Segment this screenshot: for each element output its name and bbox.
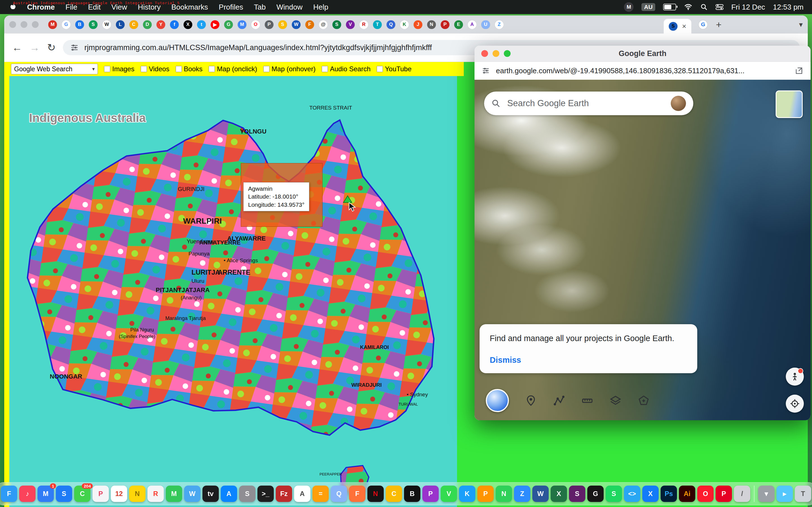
tab-favicon[interactable]: Z (495, 20, 504, 29)
dock-icon-netflix[interactable]: N (367, 486, 384, 502)
dock-icon-illustrator[interactable]: Ai (679, 486, 695, 502)
tab-favicon[interactable]: O (251, 20, 260, 29)
close-window-button[interactable] (9, 21, 16, 28)
tab-favicon[interactable]: M (238, 20, 246, 29)
minimize-window-button[interactable] (20, 21, 28, 28)
tab-favicon[interactable]: U (481, 20, 490, 29)
checkbox-map-onclick--input[interactable] (209, 66, 215, 72)
tab-favicon[interactable]: A (468, 20, 476, 29)
dock-icon-photos[interactable]: P (93, 486, 109, 502)
tab-favicon[interactable]: S (333, 20, 341, 29)
spotlight-search-icon[interactable] (700, 3, 708, 11)
checkbox-images[interactable]: Images (104, 65, 135, 73)
checkbox-books-input[interactable] (175, 66, 182, 72)
dock-icon-facetime[interactable]: V (441, 486, 457, 502)
zoom-window-button[interactable] (32, 21, 39, 28)
dock-icon-photoshop[interactable]: Ps (661, 486, 677, 502)
menu-item-help[interactable]: Help (313, 3, 328, 11)
back-button[interactable]: ← (12, 42, 22, 54)
dock-icon-zoom[interactable]: Z (514, 486, 530, 502)
close-tab-icon[interactable]: × (682, 22, 686, 31)
measure-ruler-icon[interactable] (581, 394, 594, 407)
tab-favicon[interactable]: P (265, 20, 273, 29)
tab-favicon[interactable]: G (224, 20, 233, 29)
dock-icon-tv[interactable]: tv (202, 486, 219, 502)
tab-favicon[interactable]: P (441, 20, 449, 29)
dock-icon-textedit[interactable]: A (294, 486, 310, 502)
dock-icon-finder[interactable]: F (1, 486, 17, 502)
menu-time[interactable]: 12:53 pm (773, 3, 804, 11)
earth-title-bar[interactable]: Google Earth (474, 46, 811, 62)
tab-favicon[interactable]: S (278, 20, 287, 29)
dock-icon-github[interactable]: G (587, 486, 604, 502)
dock-icon-music[interactable]: ♪ (19, 486, 36, 502)
dock-icon-firefox[interactable]: F (349, 486, 365, 502)
tab-favicon[interactable]: X (184, 20, 192, 29)
dock-icon-excel[interactable]: X (551, 486, 567, 502)
tab-favicon[interactable]: Y (156, 20, 165, 29)
battery-icon[interactable] (663, 4, 676, 10)
dock-icon-safari[interactable]: S (56, 486, 72, 502)
dock-icon-settings[interactable]: S (239, 486, 255, 502)
tab-favicon[interactable]: ▶ (211, 20, 219, 29)
map-area[interactable]: Indigenous Australia (9, 76, 457, 507)
dock-icon-appstore[interactable]: A (221, 486, 237, 502)
tab-favicon[interactable]: J (414, 20, 422, 29)
checkbox-videos-input[interactable] (141, 66, 147, 72)
dock-icon-podcasts[interactable]: P (422, 486, 439, 502)
open-in-browser-icon[interactable] (795, 66, 803, 75)
tab-favicon[interactable]: V (346, 20, 355, 29)
checkbox-map-onhover--input[interactable] (263, 66, 269, 72)
dock-icon-paint[interactable]: / (734, 486, 750, 502)
dock-icon-opera[interactable]: O (697, 486, 714, 502)
dock-icon-keynote[interactable]: K (459, 486, 475, 502)
dock-icon-folder[interactable]: ▸ (776, 486, 793, 502)
dismiss-button[interactable]: Dismiss (490, 355, 521, 365)
dock-icon-messages[interactable]: C204 (74, 486, 91, 502)
path-tool-icon[interactable] (553, 394, 565, 407)
site-settings-icon[interactable] (482, 67, 490, 75)
tab-favicon[interactable]: C (130, 20, 138, 29)
dock-icon-pinterest[interactable]: P (716, 486, 732, 502)
overview-map-thumbnail[interactable] (776, 91, 803, 118)
tab-favicon[interactable]: N (427, 20, 436, 29)
tab-favicon[interactable]: T (373, 20, 382, 29)
earth-satellite-view[interactable]: Search Google Earth Find and manage all … (474, 80, 811, 420)
new-tab-button[interactable]: + (716, 19, 721, 30)
active-tab[interactable]: S × (664, 19, 691, 34)
tab-favicon[interactable]: E (454, 20, 463, 29)
account-avatar[interactable] (671, 96, 686, 111)
map-style-button[interactable] (486, 389, 509, 412)
tab-favicon[interactable]: F (305, 20, 314, 29)
dock-icon-spotify[interactable]: S (606, 486, 622, 502)
search-engine-select[interactable]: Google Web Search ▾ (11, 64, 98, 74)
control-center-icon[interactable] (716, 4, 723, 10)
dock-icon-weather[interactable]: W (184, 486, 200, 502)
dock-icon-bold-app[interactable]: B (404, 486, 420, 502)
checkbox-audio-search[interactable]: Audio Search (322, 65, 370, 73)
dock-icon-word[interactable]: W (532, 486, 549, 502)
tab-favicon[interactable]: W (102, 20, 111, 29)
google-tab[interactable]: G (699, 20, 707, 29)
placemark-pin-icon[interactable] (525, 394, 537, 407)
checkbox-audio-search-input[interactable] (322, 66, 328, 72)
dock-icon-pages[interactable]: P (477, 486, 494, 502)
tab-favicon[interactable]: S (89, 20, 98, 29)
dock-icon-slack[interactable]: S (569, 486, 585, 502)
tab-favicon[interactable]: M (48, 20, 57, 29)
tab-overflow-chevron-icon[interactable]: ▾ (799, 20, 803, 29)
tab-favicon[interactable]: @ (319, 20, 327, 29)
tab-favicon[interactable]: L (116, 20, 124, 29)
earth-search-bar[interactable]: Search Google Earth (484, 92, 693, 115)
tab-favicon[interactable]: B (75, 20, 84, 29)
dock-icon-maps[interactable]: M (166, 486, 182, 502)
url-text[interactable]: rjmprogramming.com.au/HTMLCSS/ImageMap/L… (84, 43, 432, 52)
tab-favicon[interactable]: G (62, 20, 70, 29)
dock-icon-mail[interactable]: M1 (38, 486, 54, 502)
checkbox-youtube[interactable]: YouTube (377, 65, 411, 73)
polygon-tools-icon[interactable] (638, 394, 650, 407)
australia-map[interactable] (20, 114, 457, 507)
wifi-icon[interactable] (684, 4, 693, 10)
dock-icon-filezilla[interactable]: Fz (276, 486, 292, 502)
my-location-button[interactable] (786, 395, 804, 413)
